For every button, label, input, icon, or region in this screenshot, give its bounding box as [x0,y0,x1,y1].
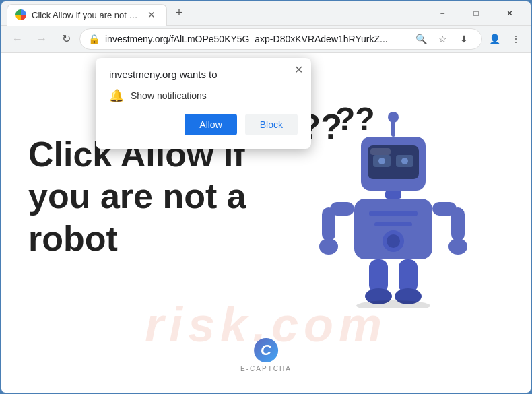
svg-point-18 [319,238,338,255]
back-button[interactable]: ← [7,28,28,50]
address-icons: 🔍 ☆ ⬇ [411,30,473,48]
svg-rect-24 [399,259,418,293]
account-icon[interactable]: 👤 [485,30,504,48]
reload-button[interactable]: ↻ [55,28,77,50]
svg-point-8 [378,158,385,164]
svg-rect-17 [322,207,335,241]
ecaptcha-label: E-CAPTCHA [240,365,292,372]
svg-rect-12 [369,211,418,216]
block-button[interactable]: Block [245,114,298,135]
svg-point-15 [387,234,400,248]
forward-button[interactable]: → [31,28,53,50]
title-bar: Click Allow if you are not a robot ✕ + −… [1,1,531,26]
svg-rect-13 [374,222,412,226]
url-text: investmeny.org/fAlLmOPe50KY5G_axp-D80xKV… [105,34,406,44]
popup-title: investmeny.org wants to [109,69,298,80]
svg-rect-20 [451,207,465,241]
address-bar: ← → ↻ 🔒 investmeny.org/fAlLmOPe50KY5G_ax… [1,26,531,53]
svg-rect-5 [370,148,391,155]
window-controls: − □ ✕ [427,3,525,24]
allow-button[interactable]: Allow [185,114,236,135]
tab-strip: Click Allow if you are not a robot ✕ + [7,1,422,25]
new-tab-button[interactable]: + [170,4,189,23]
svg-rect-10 [385,191,401,199]
download-icon[interactable]: ⬇ [455,30,473,48]
bell-icon: 🔔 [109,88,124,103]
svg-point-9 [401,158,408,164]
tab-favicon [15,9,26,20]
notification-text: Show notifications [131,90,207,101]
main-heading: Click Allow if you are not a robot [28,133,246,259]
popup-buttons: Allow Block [109,114,298,135]
tab-title: Click Allow if you are not a robot [32,10,139,20]
browser-window: Click Allow if you are not a robot ✕ + −… [0,0,532,394]
ecaptcha-icon: C [254,338,278,362]
tab-close-button[interactable]: ✕ [145,9,158,21]
ecaptcha-logo: C E-CAPTCHA [240,338,292,372]
lock-icon: 🔒 [88,34,100,44]
bookmark-icon[interactable]: ☆ [433,30,452,48]
svg-rect-22 [369,259,388,293]
close-button[interactable]: ✕ [494,3,525,24]
address-input[interactable]: 🔒 investmeny.org/fAlLmOPe50KY5G_axp-D80x… [79,28,482,50]
page-content: Click Allow if you are not a robot ?? ?? [1,53,531,393]
active-tab[interactable]: Click Allow if you are not a robot ✕ [7,4,167,26]
notification-row: 🔔 Show notifications [109,88,298,103]
minimize-button[interactable]: − [427,3,458,24]
svg-point-21 [448,238,467,255]
search-icon[interactable]: 🔍 [411,30,430,48]
svg-point-2 [388,112,399,123]
popup-close-button[interactable]: ✕ [294,65,303,75]
notification-popup: ✕ investmeny.org wants to 🔔 Show notific… [96,58,311,149]
menu-icon[interactable]: ⋮ [506,30,525,48]
svg-point-26 [356,300,430,308]
maximize-button[interactable]: □ [461,3,492,24]
